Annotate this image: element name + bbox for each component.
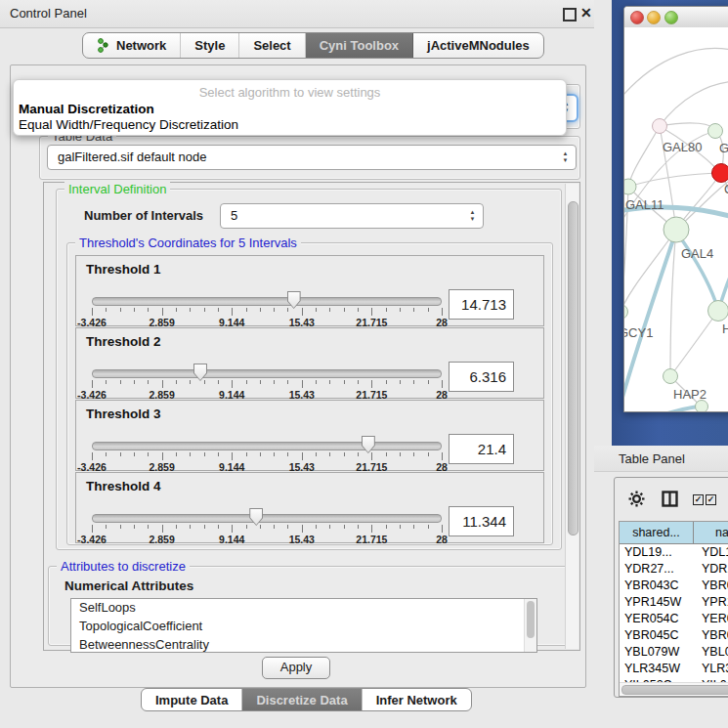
number-of-intervals-combobox[interactable]: 5 ▲▼ (220, 203, 484, 229)
close-icon[interactable]: ✕ (580, 5, 592, 21)
network-highlight-edge (624, 407, 698, 411)
attribute-list-item[interactable]: SelfLoops (71, 599, 536, 618)
threshold-panel-2: Threshold 2-3.4262.8599.14415.4321.71528… (75, 327, 544, 399)
settings-scrollbar[interactable] (565, 184, 578, 649)
table-row[interactable]: YBR043CYBR0 (620, 578, 728, 594)
threshold-value-field[interactable]: 11.344 (449, 506, 514, 536)
network-node-hap2[interactable] (664, 369, 678, 384)
slider-track[interactable] (92, 369, 442, 378)
network-node-gal80[interactable] (653, 119, 667, 134)
threshold-value-field[interactable]: 14.713 (449, 289, 514, 320)
tab-cyni-toolbox[interactable]: Cyni Toolbox (306, 33, 413, 58)
tab-network[interactable]: Network (83, 33, 181, 58)
tab-discretize-data[interactable]: Discretize Data (242, 689, 362, 710)
axis-tick-label: -3.426 (77, 534, 107, 545)
threshold-label: Threshold 4 (86, 479, 161, 493)
combo-stepper-icon[interactable]: ▲▼ (467, 208, 478, 224)
checkbox-icon[interactable]: ✓ (706, 494, 716, 505)
threshold-slider[interactable]: -3.4262.8599.14415.4321.71528 (92, 367, 442, 399)
network-edge (624, 230, 676, 312)
table-row[interactable]: YDR27...YDR2 (620, 561, 728, 578)
threshold-label: Threshold 2 (86, 334, 161, 349)
scrollbar-thumb[interactable] (621, 685, 728, 695)
slider-thumb[interactable] (193, 364, 207, 381)
threshold-panel-1: Threshold 1-3.4262.8599.14415.4321.71528… (75, 255, 544, 326)
attribute-list-item[interactable]: TopologicalCoefficient (71, 618, 536, 636)
slider-track[interactable] (92, 442, 442, 450)
threshold-slider[interactable]: -3.4262.8599.14415.4321.71528 (92, 440, 442, 471)
table-row[interactable]: YBL079WYBL0 (620, 644, 728, 661)
threshold-value-field[interactable]: 6.316 (449, 362, 514, 392)
table-toolbar: ✓ ✓ (615, 478, 728, 517)
scrollbar-thumb[interactable] (568, 201, 578, 535)
network-edge (660, 123, 715, 131)
network-node-ga[interactable] (708, 124, 723, 139)
table-horizontal-scrollbar[interactable] (620, 682, 728, 695)
axis-tick-label: 2.859 (149, 534, 174, 545)
tab-impute-data[interactable]: Impute Data (142, 689, 242, 710)
top-tab-bar: NetworkStyleSelectCyni ToolboxjActiveMNo… (82, 32, 544, 59)
control-panel-titlebar: Control Panel ✕ (0, 0, 594, 28)
table-row[interactable]: YPR145WYPR1 (620, 594, 728, 611)
table-row[interactable]: YER054CYER0 (620, 611, 728, 627)
threshold-panel-3: Threshold 3-3.4262.8599.14415.4321.71528… (75, 400, 544, 471)
column-header-name[interactable]: na (694, 522, 728, 543)
numerical-attributes-list[interactable]: SelfLoopsTopologicalCoefficientBetweenne… (70, 598, 537, 653)
slider-thumb[interactable] (287, 291, 301, 309)
network-edge (670, 311, 718, 376)
list-scrollbar[interactable] (524, 599, 536, 652)
dropdown-option-manual[interactable]: Manual Discretization (19, 102, 154, 116)
cell-name: YDR2 (702, 561, 728, 578)
slider-thumb[interactable] (249, 508, 263, 526)
tab-jactivemnodules[interactable]: jActiveMNodules (413, 33, 543, 58)
network-window-titlebar[interactable] (624, 7, 728, 28)
column-header-shared-name[interactable]: shared... (620, 522, 694, 543)
table-row[interactable]: YBR045CYBR0 (620, 627, 728, 644)
scrollbar-thumb[interactable] (527, 601, 535, 638)
combo-stepper-icon[interactable]: ▲▼ (560, 150, 571, 165)
close-traffic-light-icon[interactable] (630, 11, 644, 24)
threshold-slider[interactable]: -3.4262.8599.14415.4321.71528 (92, 295, 442, 326)
table-data-combobox[interactable]: galFiltered.sif default node ▲▼ (47, 145, 577, 170)
network-node-c[interactable] (712, 164, 728, 183)
tab-style[interactable]: Style (181, 33, 239, 58)
slider-axis-labels: -3.4262.8599.14415.4321.71528 (92, 534, 442, 545)
network-view-window[interactable]: GAL80GACGAL11GAL4GCY1HHAP2 (623, 6, 728, 412)
float-window-icon[interactable] (563, 8, 577, 21)
network-icon (97, 38, 110, 53)
network-node-gal11[interactable] (624, 179, 636, 194)
split-columns-icon[interactable] (662, 491, 678, 507)
slider-track[interactable] (92, 297, 442, 306)
network-node-gal4[interactable] (664, 217, 689, 242)
tab-label: Style (194, 38, 225, 53)
network-canvas[interactable]: GAL80GACGAL11GAL4GCY1HHAP2 (624, 27, 728, 411)
table-panel-titlebar: Table Panel (594, 446, 728, 472)
slider-thumb[interactable] (362, 436, 375, 453)
threshold-label: Threshold 1 (86, 262, 161, 277)
axis-tick-label: 15.43 (289, 534, 315, 545)
cell-name: YBR0 (702, 578, 728, 594)
node-label: HAP2 (673, 387, 707, 402)
tab-select[interactable]: Select (239, 33, 305, 58)
cell-name: YER0 (702, 611, 728, 627)
network-node-gcy1[interactable] (624, 305, 628, 320)
network-node[interactable] (696, 401, 708, 412)
dropdown-option-equal-width[interactable]: Equal Width/Frequency Discretization (19, 117, 238, 132)
cell-shared-name: YER054C (624, 611, 693, 627)
gear-icon[interactable] (628, 491, 645, 507)
threshold-slider[interactable]: -3.4262.8599.14415.4321.71528 (92, 512, 442, 543)
table-row[interactable]: YLR345WYLR3 (620, 661, 728, 677)
zoom-traffic-light-icon[interactable] (664, 11, 678, 24)
network-edge (628, 126, 660, 187)
attribute-list-item[interactable]: BetweennessCentrality (71, 636, 536, 653)
numerical-attributes-heading: Numerical Attributes (64, 578, 193, 593)
checkbox-icon[interactable]: ✓ (693, 494, 704, 505)
tab-infer-network[interactable]: Infer Network (363, 689, 471, 710)
thresholds-group: Threshold's Coordinates for 5 Intervals … (66, 242, 553, 545)
apply-button[interactable]: Apply (262, 657, 330, 679)
slider-track[interactable] (92, 514, 442, 523)
minimize-traffic-light-icon[interactable] (647, 11, 661, 24)
table-row[interactable]: YDL19...YDL1 (620, 544, 728, 561)
threshold-value-field[interactable]: 21.4 (449, 434, 514, 464)
network-node-h[interactable] (708, 301, 728, 321)
